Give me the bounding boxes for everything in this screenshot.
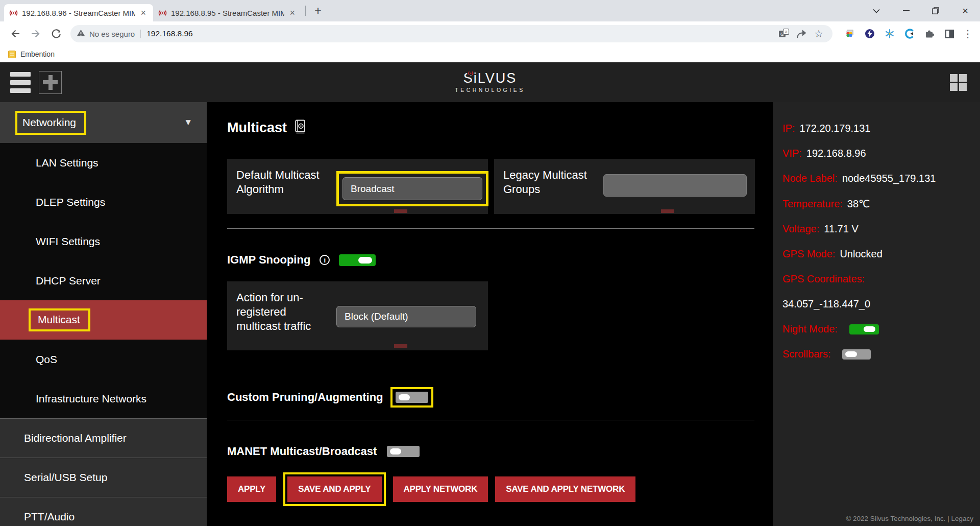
bookmarks-bar: Embention [0,46,980,62]
tab-close-icon[interactable]: × [287,8,297,18]
manet-multicast-label: MANET Multicast/Broadcast [227,445,377,458]
page-title: Multicast [227,120,287,136]
address-bar[interactable]: No es seguro 192.168.8.96 Ga ☆ [70,25,832,42]
sidebar-item-serial-usb-setup[interactable]: Serial/USB Setup [0,458,207,497]
window-close-button[interactable]: × [950,0,980,21]
forward-button[interactable] [26,23,46,44]
share-icon[interactable] [794,26,809,41]
reload-button[interactable] [46,23,66,44]
sidebar-item-qos[interactable]: QoS [0,340,207,379]
section-divider [227,228,754,229]
tab-title: 192.168.8.95 - StreamCaster MIM [171,9,284,17]
sidebar-item-multicast[interactable]: Multicast [0,300,207,340]
voltage-value: 11.71 V [824,223,858,235]
bookmark-favicon [8,51,16,58]
sidebar-item-wifi-settings[interactable]: WIFI Settings [0,222,207,261]
silvus-logo-subtext: TECHNOLOGIES [455,87,525,93]
default-multicast-algorithm-label: Default Multicast Algorithm [236,168,324,214]
voltage-label: Voltage: [782,223,819,235]
gps-mode-label: GPS Mode: [782,248,835,260]
extensions-puzzle-icon[interactable] [923,28,936,40]
streamcaster-favicon-broadcast-icon [9,9,18,17]
manual-book-icon[interactable] [294,119,306,136]
ip-label: IP: [782,123,795,134]
save-and-apply-button[interactable]: SAVE AND APPLY [287,476,381,502]
unregistered-multicast-panel: Action for un-registered multicast traff… [227,281,488,350]
manet-multicast-toggle[interactable] [387,446,420,457]
tab-title: 192.168.8.96 - StreamCaster MIM [22,9,135,17]
apply-button[interactable]: APPLY [227,476,276,502]
legacy-multicast-groups-label: Legacy Multicast Groups [503,168,591,214]
modified-indicator [661,209,674,213]
sidebar-item-dhcp-server[interactable]: DHCP Server [0,261,207,300]
app-header: SiLVUS TECHNOLOGIES [0,62,980,102]
left-nav: Networking ▼ LAN Settings DLEP Settings … [0,102,207,526]
temperature-value: 38℃ [847,198,870,210]
tab-search-chevron-icon[interactable] [862,0,891,21]
grid-menu-icon[interactable] [950,74,967,91]
vip-label: VIP: [782,148,802,159]
default-multicast-algorithm-panel: Default Multicast Algorithm Broadcast [227,159,488,214]
photos-extension-icon[interactable] [844,28,856,40]
default-multicast-algorithm-select[interactable]: Broadcast [342,177,482,200]
sidebar-item-dlep-settings[interactable]: DLEP Settings [0,182,207,222]
temperature-label: Temperature: [782,198,843,210]
snowflake-extension-icon[interactable] [884,28,896,40]
save-and-apply-network-button[interactable]: SAVE AND APPLY NETWORK [495,476,635,502]
bolt-extension-icon[interactable] [864,28,876,40]
info-icon[interactable]: i [320,255,330,265]
node-label-value: node45955_179.131 [842,173,936,184]
tab-separator [305,6,306,16]
sidebar-item-lan-settings[interactable]: LAN Settings [0,143,207,182]
sidebar-item-ptt-audio[interactable]: PTT/Audio [0,497,207,526]
sidebar-item-networking[interactable]: Networking ▼ [0,102,207,143]
scrollbars-label: Scrollbars: [782,348,830,360]
modified-indicator [394,209,407,213]
side-panel-icon[interactable] [943,28,955,40]
unregistered-multicast-select[interactable]: Block (Default) [336,306,476,327]
unregistered-multicast-label: Action for un-registered multicast traff… [236,291,324,350]
bookmark-star-icon[interactable]: ☆ [811,26,826,41]
ip-value: 172.20.179.131 [799,123,870,134]
url-text: 192.168.8.96 [146,29,193,38]
night-mode-toggle[interactable] [849,324,879,334]
add-node-button[interactable] [39,71,62,94]
igmp-snooping-toggle[interactable] [339,254,376,266]
legacy-multicast-groups-panel: Legacy Multicast Groups [494,159,755,214]
copyright-footer: © 2022 Silvus Technologies, Inc. | Legac… [846,515,973,522]
scrollbars-toggle[interactable] [842,349,871,360]
hamburger-menu-icon[interactable] [10,72,31,93]
main-content: Multicast Default Multicast Algorithm Br… [207,102,773,526]
logo-broadcast-icon [468,69,474,77]
custom-pruning-toggle[interactable] [396,392,428,403]
browser-menu-icon[interactable]: ⋮ [961,28,975,40]
new-tab-button[interactable]: + [309,2,327,20]
streamcaster-favicon-broadcast-icon [158,9,167,17]
not-secure-warning-icon[interactable] [77,29,85,39]
security-status-text: No es seguro [89,30,135,38]
node-label-label: Node Label: [782,173,838,184]
igmp-snooping-label: IGMP Snooping [227,253,310,267]
translate-icon[interactable]: Ga [776,26,792,41]
window-minimize-button[interactable] [891,0,921,21]
bookmark-item-embention[interactable]: Embention [20,50,55,58]
svg-text:a: a [785,29,788,34]
sidebar-item-infrastructure-networks[interactable]: Infrastructure Networks [0,379,207,418]
status-panel: IP:172.20.179.131 VIP:192.168.8.96 Node … [773,102,980,526]
address-separator [140,30,141,38]
sidebar-item-bidirectional-amplifier[interactable]: Bidirectional Amplifier [0,418,207,458]
gps-mode-value: Unlocked [840,248,882,260]
browser-tab-inactive[interactable]: 192.168.8.95 - StreamCaster MIM × [153,4,302,21]
cast-c-extension-icon[interactable] [903,28,916,40]
browser-tab-strip: 192.168.8.96 - StreamCaster MIM × 192.16… [0,0,980,21]
gps-coordinates-value: 34.057_-118.447_0 [782,298,870,310]
browser-tab-active[interactable]: 192.168.8.96 - StreamCaster MIM × [4,4,153,21]
legacy-multicast-groups-input[interactable] [603,174,747,197]
apply-network-button[interactable]: APPLY NETWORK [393,476,488,502]
vip-value: 192.168.8.96 [806,148,866,159]
gps-coordinates-label: GPS Coordinates: [782,273,865,285]
back-button[interactable] [5,23,26,44]
tab-close-icon[interactable]: × [138,8,148,18]
window-restore-button[interactable] [921,0,950,21]
night-mode-label: Night Mode: [782,323,838,335]
